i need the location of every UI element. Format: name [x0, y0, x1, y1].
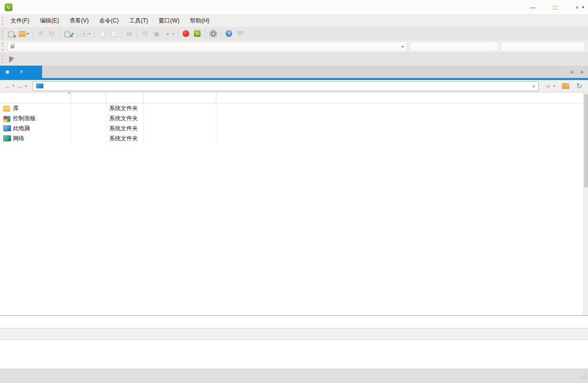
- xftp-window: ↻ — □ × 文件(F) 编辑(E) 查看(V) 命令(C) 工具(T) 窗口…: [0, 0, 588, 383]
- title-bar: ↻ — □ ×: [0, 0, 588, 14]
- column-header-type[interactable]: [106, 92, 144, 103]
- session-tab-bar: × ◀ ▶: [0, 66, 588, 78]
- menu-item[interactable]: 编辑(E): [34, 15, 64, 27]
- quick-connect-grip[interactable]: [2, 42, 4, 51]
- paste-button[interactable]: [151, 28, 162, 39]
- lock-icon: [11, 45, 14, 48]
- chevron-down-icon[interactable]: ▾: [89, 32, 90, 36]
- close-button[interactable]: ×: [566, 0, 588, 14]
- download-button[interactable]: [97, 28, 107, 39]
- toolbar-separator: [221, 29, 221, 38]
- file-type: 系统文件夹: [106, 113, 144, 124]
- back-button[interactable]: ←▾: [4, 82, 14, 90]
- session-tab-close-icon[interactable]: ×: [20, 68, 23, 75]
- file-row[interactable]: 控制面板 系统文件夹: [0, 113, 217, 124]
- resize-grip[interactable]: [582, 373, 587, 378]
- file-row[interactable]: 网络 系统文件夹: [0, 134, 217, 144]
- toolbar-overflow-icon[interactable]: ▾: [582, 5, 584, 10]
- menu-item[interactable]: 查看(V): [64, 15, 94, 27]
- username-input[interactable]: [410, 42, 498, 51]
- file-size: [71, 103, 106, 113]
- info-bar-grip[interactable]: [2, 55, 4, 64]
- xftp-button[interactable]: [192, 28, 203, 39]
- file-modified: [144, 134, 216, 144]
- toolbar-separator: [121, 29, 122, 38]
- chevron-down-icon[interactable]: ▾: [172, 32, 174, 36]
- toolbar-separator: [94, 29, 94, 38]
- file-icon: [3, 115, 11, 122]
- upload-button[interactable]: [108, 28, 119, 39]
- xshell-button[interactable]: [181, 28, 191, 39]
- toolbar-button-icon: [237, 30, 245, 38]
- up-directory-button[interactable]: [562, 83, 569, 89]
- toolbar-button-icon: [18, 30, 26, 38]
- open-button[interactable]: ▾: [17, 28, 30, 39]
- chevron-down-icon[interactable]: ▾: [25, 84, 27, 88]
- transfer-panel: [0, 315, 588, 369]
- column-header-name[interactable]: [0, 92, 71, 103]
- file-list-pane: ^ 库 系统文件夹 控制面板 系统文件夹 此电脑: [0, 92, 588, 315]
- menu-item[interactable]: 帮助(H): [185, 15, 215, 27]
- address-dropdown-icon[interactable]: ∨: [532, 84, 535, 89]
- minimize-button[interactable]: —: [522, 0, 544, 14]
- tab-scroll-left-icon[interactable]: ◀: [570, 69, 573, 74]
- session-tab-desktop[interactable]: ×: [0, 66, 42, 78]
- session-properties-button[interactable]: ▾: [62, 28, 75, 39]
- desktop-icon: [36, 83, 44, 89]
- password-input[interactable]: [501, 42, 585, 51]
- password-field[interactable]: [501, 42, 585, 51]
- menu-item[interactable]: 窗口(W): [153, 15, 184, 27]
- forward-button[interactable]: →▾: [16, 82, 27, 90]
- status-bar: [0, 369, 588, 383]
- column-header-modified[interactable]: [144, 92, 216, 103]
- file-list-header: ^: [0, 92, 588, 103]
- copy-button[interactable]: [140, 28, 150, 39]
- refresh-button[interactable]: ↻: [576, 82, 582, 90]
- toolbar-button-icon: [125, 30, 134, 38]
- reconnect-button[interactable]: [46, 28, 57, 39]
- column-header-size[interactable]: [71, 92, 106, 103]
- disconnect-button[interactable]: [35, 28, 45, 39]
- toolbar-button-icon: [209, 30, 217, 38]
- chevron-down-icon[interactable]: ▾: [553, 84, 555, 88]
- tab-scroll-right-icon[interactable]: ▶: [581, 69, 584, 74]
- xftp-app-icon: ↻: [5, 3, 12, 11]
- file-row[interactable]: 此电脑 系统文件夹: [0, 124, 217, 134]
- menu-item[interactable]: 命令(C): [94, 15, 124, 27]
- toolbar-separator: [32, 29, 33, 38]
- toolbar-separator: [59, 29, 60, 38]
- file-size: [71, 124, 106, 134]
- scrollbar-thumb[interactable]: [584, 94, 588, 187]
- favorites-button[interactable]: ★▾: [545, 82, 555, 90]
- menu-item[interactable]: 文件(F): [5, 15, 34, 27]
- feedback-button[interactable]: [235, 28, 246, 39]
- file-rows: 库 系统文件夹 控制面板 系统文件夹 此电脑 系统文件夹: [0, 103, 217, 144]
- menu-bar-grip[interactable]: [2, 17, 4, 25]
- toolbar-button-icon: [48, 30, 56, 38]
- execute-button[interactable]: ▾: [80, 28, 91, 39]
- swap-view-button[interactable]: [124, 28, 135, 39]
- file-size: [71, 113, 106, 124]
- info-bar: [0, 53, 588, 66]
- chevron-down-icon[interactable]: ▾: [12, 84, 14, 88]
- toolbar-grip[interactable]: [2, 29, 4, 38]
- chevron-down-icon[interactable]: ▾: [27, 32, 29, 36]
- session-status-icon: [6, 70, 9, 74]
- address-bar[interactable]: ∨: [33, 81, 539, 91]
- host-input[interactable]: [18, 42, 399, 51]
- menu-item[interactable]: 工具(T): [124, 15, 153, 27]
- settings-button[interactable]: [208, 28, 218, 39]
- host-dropdown-icon[interactable]: ▾: [399, 45, 407, 49]
- vertical-scrollbar[interactable]: [583, 92, 588, 315]
- sync-browsing-button[interactable]: ▾: [163, 28, 175, 39]
- host-field[interactable]: ▾: [7, 42, 407, 51]
- username-field[interactable]: [410, 42, 498, 51]
- file-name: 此电脑: [13, 124, 30, 133]
- new-session-button[interactable]: [6, 28, 16, 39]
- help-button[interactable]: [224, 28, 234, 39]
- file-row[interactable]: 库 系统文件夹: [0, 103, 217, 113]
- menu-bar: 文件(F) 编辑(E) 查看(V) 命令(C) 工具(T) 窗口(W) 帮助(H…: [0, 14, 588, 27]
- navigation-bar: ←▾ →▾ ∨ ★▾ ↻: [0, 80, 588, 92]
- maximize-button[interactable]: □: [544, 0, 566, 14]
- file-size: [71, 134, 106, 144]
